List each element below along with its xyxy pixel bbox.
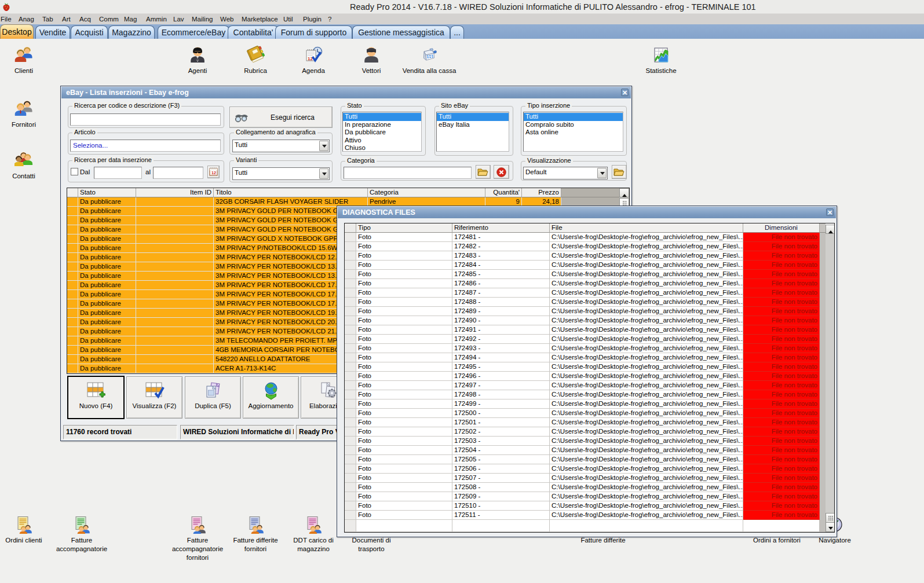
svg-text:12: 12 bbox=[308, 56, 313, 61]
svg-text:12: 12 bbox=[211, 171, 216, 175]
